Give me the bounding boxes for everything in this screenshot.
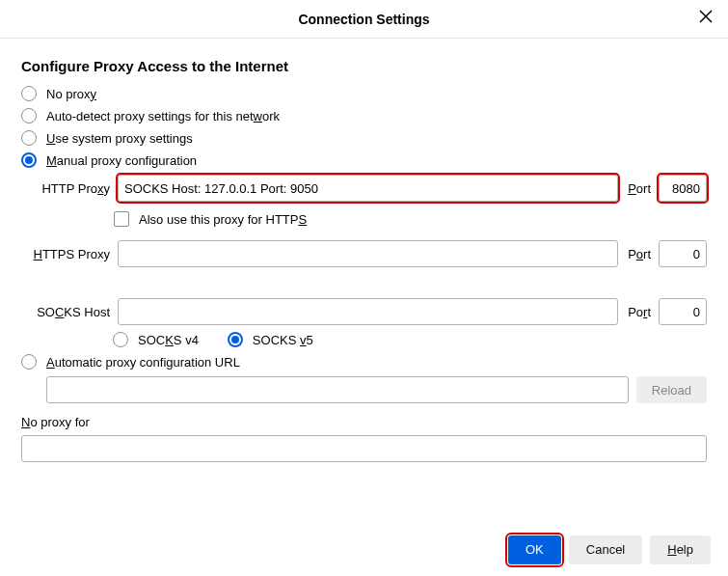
window-title: Connection Settings: [298, 12, 429, 27]
port-label: Port: [618, 181, 659, 196]
cancel-button[interactable]: Cancel: [569, 535, 642, 564]
content-scroll[interactable]: Configure Proxy Access to the Internet N…: [0, 39, 728, 523]
radio-manual[interactable]: Manual proxy configuration: [21, 152, 707, 168]
http-proxy-label: HTTP Proxy: [21, 181, 118, 196]
port-label: Port: [618, 305, 659, 319]
checkbox-label: Also use this proxy for HTTPS: [139, 212, 307, 227]
ok-button[interactable]: OK: [508, 535, 561, 564]
http-proxy-input[interactable]: [118, 175, 618, 202]
radio-socks5[interactable]: [228, 332, 243, 347]
radio-socks4[interactable]: [113, 332, 128, 347]
radio-icon: [21, 152, 37, 168]
radio-label: Automatic proxy configuration URL: [46, 355, 240, 370]
socks-host-input[interactable]: [118, 298, 618, 325]
socks-host-row: SOCKS Host Port: [21, 298, 707, 325]
footer: OK Cancel Help: [0, 523, 728, 576]
port-label: Port: [618, 247, 659, 261]
socks-version-row: SOCKS v4 SOCKS v5: [113, 332, 707, 347]
http-proxy-row: HTTP Proxy Port: [21, 175, 707, 202]
socks-host-label: SOCKS Host: [21, 305, 118, 319]
socks4-label: SOCKS v4: [138, 333, 199, 347]
reload-button[interactable]: Reload: [636, 376, 707, 403]
radio-icon: [21, 354, 37, 370]
pac-url-input[interactable]: [46, 376, 629, 403]
no-proxy-for-input[interactable]: [21, 435, 707, 462]
socks-port-input[interactable]: [659, 298, 707, 325]
pac-url-row: Reload: [21, 376, 707, 403]
checkbox-icon: [114, 211, 129, 227]
http-port-input[interactable]: [659, 175, 707, 202]
radio-label: Use system proxy settings: [46, 131, 193, 146]
radio-system[interactable]: Use system proxy settings: [21, 130, 707, 146]
titlebar: Connection Settings: [0, 0, 728, 39]
radio-auto-url[interactable]: Automatic proxy configuration URL: [21, 354, 707, 370]
also-https-checkbox[interactable]: Also use this proxy for HTTPS: [114, 211, 707, 227]
radio-icon: [21, 130, 37, 146]
radio-icon: [21, 86, 37, 101]
https-port-input[interactable]: [659, 240, 707, 267]
radio-icon: [21, 108, 37, 123]
https-proxy-input[interactable]: [118, 240, 618, 267]
radio-no-proxy[interactable]: No proxy: [21, 86, 707, 101]
radio-label: No proxy: [46, 87, 96, 101]
radio-label: Auto-detect proxy settings for this netw…: [46, 109, 280, 123]
help-button[interactable]: Help: [650, 535, 711, 564]
https-proxy-label: HTTPS Proxy: [21, 247, 118, 261]
radio-label: Manual proxy configuration: [46, 153, 197, 168]
socks5-label: SOCKS v5: [253, 333, 313, 347]
radio-auto-detect[interactable]: Auto-detect proxy settings for this netw…: [21, 108, 707, 123]
https-proxy-row: HTTPS Proxy Port: [21, 240, 707, 267]
no-proxy-for-label: No proxy for: [21, 415, 707, 429]
close-icon[interactable]: [699, 10, 716, 27]
section-title: Configure Proxy Access to the Internet: [21, 58, 707, 74]
